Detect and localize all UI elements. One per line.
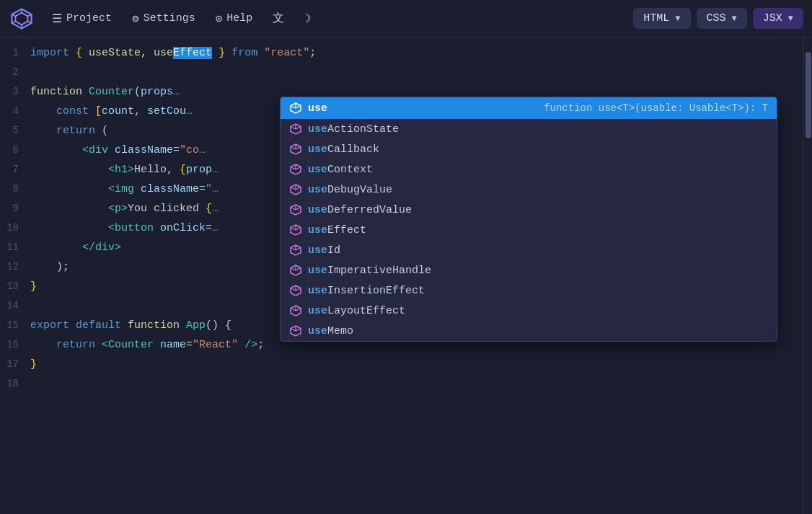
line-number: 10 <box>0 218 30 237</box>
cube-icon <box>289 183 302 196</box>
autocomplete-item[interactable]: useEffect <box>281 220 777 240</box>
table-row: 17 } <box>0 355 803 374</box>
css-chevron-icon: ▼ <box>732 14 737 24</box>
line-content: import { useState, useEffect } from "rea… <box>30 44 803 63</box>
autocomplete-selected-item[interactable]: use function use<T>(usable: Usable<T>): … <box>281 97 777 119</box>
line-number: 1 <box>0 43 30 62</box>
toolbar: ☰ Project ⊜ Settings ⊙ Help 文 ☽ HTML ▼ C… <box>0 0 812 37</box>
svg-marker-1 <box>16 12 28 25</box>
cube-icon <box>289 244 302 257</box>
autocomplete-selected-text: use <box>308 102 327 115</box>
svg-line-42 <box>296 268 301 271</box>
autocomplete-item[interactable]: useMemo <box>281 321 777 341</box>
help-icon: ⊙ <box>216 12 223 26</box>
line-number: 12 <box>0 257 30 276</box>
cube-icon <box>289 324 302 337</box>
line-number: 4 <box>0 102 30 120</box>
cube-icon <box>289 163 302 176</box>
autocomplete-item-label: useDeferredValue <box>308 204 412 216</box>
line-number: 14 <box>0 296 30 315</box>
cube-icon <box>289 123 302 136</box>
line-number: 7 <box>0 160 30 179</box>
svg-line-34 <box>296 228 301 231</box>
settings-label: Settings <box>144 12 195 25</box>
help-button[interactable]: ⊙ Help <box>207 7 262 30</box>
menu-icon: ☰ <box>52 12 62 26</box>
line-number: 11 <box>0 238 30 257</box>
cube-icon <box>289 102 302 115</box>
table-row: 2 <box>0 63 803 82</box>
moon-icon: ☽ <box>304 12 312 26</box>
svg-line-35 <box>291 228 296 231</box>
svg-line-54 <box>296 329 301 332</box>
autocomplete-item[interactable]: useContext <box>281 159 777 180</box>
autocomplete-item[interactable]: useCallback <box>281 139 777 159</box>
logo[interactable] <box>9 6 35 32</box>
html-dropdown[interactable]: HTML ▼ <box>633 8 690 29</box>
svg-line-43 <box>291 268 296 271</box>
editor-area[interactable]: 1 import { useState, useEffect } from "r… <box>0 37 803 514</box>
translate-icon: 文 <box>273 11 284 26</box>
autocomplete-item[interactable]: useDeferredValue <box>281 200 777 220</box>
autocomplete-item[interactable]: useId <box>281 240 777 260</box>
svg-line-14 <box>296 127 301 130</box>
cube-icon <box>289 143 302 156</box>
autocomplete-dropdown: use function use<T>(usable: Usable<T>): … <box>280 97 777 342</box>
autocomplete-item-label: useId <box>308 244 340 257</box>
autocomplete-item-label: useCallback <box>308 143 379 156</box>
table-row: 18 <box>0 374 803 394</box>
autocomplete-item-label: useMemo <box>308 325 353 337</box>
autocomplete-item[interactable]: useLayoutEffect <box>281 301 777 321</box>
cube-icon <box>289 304 302 317</box>
html-label: HTML <box>643 12 669 25</box>
translate-button[interactable]: 文 <box>264 6 293 30</box>
settings-icon: ⊜ <box>132 12 139 26</box>
autocomplete-item[interactable]: useInsertionEffect <box>281 280 777 301</box>
dark-mode-button[interactable]: ☽ <box>296 7 320 30</box>
jsx-dropdown[interactable]: JSX ▼ <box>753 8 803 29</box>
autocomplete-type-hint: function use<T>(usable: Usable<T>): T <box>544 102 768 114</box>
line-number: 3 <box>0 82 30 101</box>
settings-button[interactable]: ⊜ Settings <box>123 7 204 30</box>
line-content: } <box>30 355 803 374</box>
line-number: 18 <box>0 374 30 393</box>
svg-line-39 <box>291 248 296 251</box>
editor-container: 1 import { useState, useEffect } from "r… <box>0 37 812 514</box>
autocomplete-item-label: useDebugValue <box>308 184 392 196</box>
project-button[interactable]: ☰ Project <box>43 7 120 30</box>
autocomplete-item-label: useEffect <box>308 224 366 236</box>
svg-line-47 <box>291 288 296 291</box>
table-row: 1 import { useState, useEffect } from "r… <box>0 43 803 63</box>
line-number: 2 <box>0 63 30 81</box>
jsx-label: JSX <box>763 12 782 25</box>
svg-line-38 <box>296 248 301 251</box>
cube-icon <box>289 203 302 216</box>
scrollbar-thumb[interactable] <box>806 52 811 138</box>
svg-line-23 <box>291 167 296 170</box>
svg-line-11 <box>291 106 296 109</box>
svg-line-51 <box>291 309 296 311</box>
svg-line-46 <box>296 288 301 291</box>
svg-line-19 <box>291 147 296 150</box>
css-dropdown[interactable]: CSS ▼ <box>697 8 747 29</box>
project-label: Project <box>66 12 112 25</box>
autocomplete-item[interactable]: useActionState <box>281 119 777 139</box>
line-number: 5 <box>0 121 30 140</box>
svg-line-30 <box>296 208 301 211</box>
css-label: CSS <box>707 12 726 25</box>
line-number: 17 <box>0 355 30 373</box>
line-content <box>30 375 803 394</box>
line-number: 13 <box>0 277 30 296</box>
autocomplete-item[interactable]: useDebugValue <box>281 180 777 200</box>
svg-line-31 <box>291 208 296 211</box>
html-chevron-icon: ▼ <box>675 14 680 24</box>
scrollbar[interactable] <box>803 37 812 514</box>
cube-icon <box>289 223 302 236</box>
svg-line-18 <box>296 147 301 150</box>
autocomplete-item[interactable]: useImperativeHandle <box>281 260 777 280</box>
cube-icon <box>289 284 302 297</box>
svg-line-26 <box>296 187 301 190</box>
cube-icon <box>289 264 302 277</box>
jsx-chevron-icon: ▼ <box>788 14 793 24</box>
autocomplete-item-label: useContext <box>308 164 373 176</box>
